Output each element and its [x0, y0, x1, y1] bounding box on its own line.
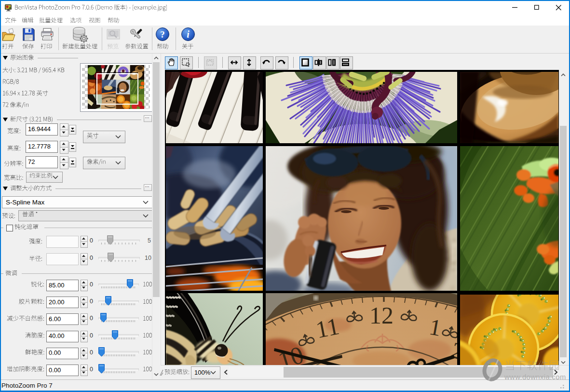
svg-text:?: ? — [160, 29, 165, 40]
svg-text:i: i — [187, 29, 190, 40]
svg-text:12: 12 — [369, 302, 394, 329]
